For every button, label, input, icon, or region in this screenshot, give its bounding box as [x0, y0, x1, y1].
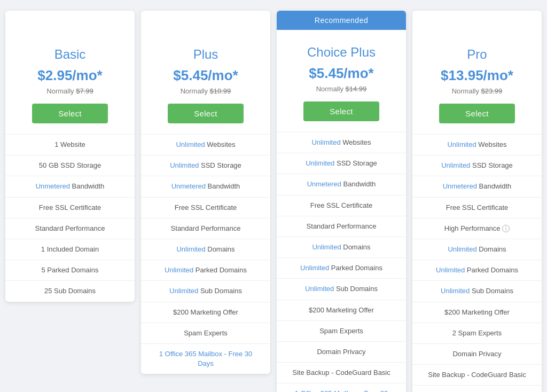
feature-item: 25 Sub Domains: [5, 280, 135, 301]
feature-item: 1 Website: [5, 134, 135, 155]
feature-item: Unlimited Parked Domains: [277, 257, 406, 278]
feature-item: $200 Marketing Offer: [141, 302, 270, 323]
plan-card-choice-plus: Recommended Choice Plus $5.45/mo* Normal…: [277, 11, 406, 392]
feature-item: Unlimited Domains: [141, 239, 270, 260]
feature-item: Unlimited SSD Storage: [412, 155, 542, 176]
plan-features-${plan.id}: Unlimited WebsitesUnlimited SSD StorageU…: [141, 134, 270, 374]
plan-name-pro: Pro: [423, 47, 531, 62]
feature-item: Unlimited Domains: [277, 237, 406, 257]
select-button-choice-plus[interactable]: Select: [303, 101, 379, 121]
feature-item: Standard Performance: [141, 218, 270, 239]
feature-item: Spam Experts: [277, 320, 406, 341]
plan-card-basic: Basic $2.95/mo* Normally $7.99 Select 1 …: [5, 11, 135, 302]
feature-item: Unmetered Bandwidth: [5, 176, 135, 197]
feature-item: Free SSL Certificate: [412, 197, 542, 218]
feature-item: $200 Marketing Offer: [277, 300, 406, 320]
plan-features-${plan.id}: 1 Website50 GB SSD StorageUnmetered Band…: [5, 134, 135, 302]
feature-item: $200 Marketing Offer: [412, 302, 542, 323]
pricing-container: Basic $2.95/mo* Normally $7.99 Select 1 …: [5, 11, 542, 392]
plan-price-plus: $5.45/mo*: [152, 67, 260, 84]
feature-item: Standard Performance: [5, 218, 135, 239]
plan-price-choice-plus: $5.45/mo*: [287, 65, 395, 82]
feature-item: Unlimited SSD Storage: [277, 153, 406, 174]
select-button-pro[interactable]: Select: [439, 104, 514, 123]
feature-item: Unlimited SSD Storage: [141, 155, 270, 176]
feature-item: Unlimited Domains: [412, 239, 542, 260]
plan-header-pro: Pro $13.95/mo* Normally $23.99 Select: [412, 32, 542, 134]
feature-item: Dedicated IP: [412, 385, 542, 392]
plan-features-${plan.id}: Unlimited WebsitesUnlimited SSD StorageU…: [412, 134, 542, 392]
plan-normal-price-basic: Normally $7.99: [16, 87, 124, 95]
feature-item: Domain Privacy: [277, 341, 406, 362]
select-button-plus[interactable]: Select: [168, 104, 243, 123]
plan-normal-price-choice-plus: Normally $14.99: [287, 85, 395, 93]
feature-item: 1 Included Domain: [5, 239, 135, 260]
feature-item: Unlimited Websites: [412, 134, 542, 155]
plan-price-pro: $13.95/mo*: [423, 67, 531, 84]
feature-item: Unmetered Bandwidth: [141, 176, 270, 197]
feature-item: 5 Parked Domains: [5, 260, 135, 280]
feature-item: Unlimited Sub Domains: [412, 280, 542, 301]
feature-item: Free SSL Certificate: [5, 197, 135, 218]
feature-item: Free SSL Certificate: [141, 197, 270, 218]
plan-price-basic: $2.95/mo*: [16, 67, 124, 84]
feature-item: 50 GB SSD Storage: [5, 155, 135, 176]
feature-item: Free SSL Certificate: [277, 195, 406, 216]
plan-name-basic: Basic: [16, 47, 124, 62]
feature-item: Site Backup - CodeGuard Basic: [412, 364, 542, 385]
plan-name-choice-plus: Choice Plus: [287, 45, 395, 60]
feature-item: Domain Privacy: [412, 343, 542, 364]
feature-item: Unlimited Sub Domains: [277, 278, 406, 299]
feature-item: Spam Experts: [141, 323, 270, 343]
feature-item: 1 Office 365 Mailbox - Free 30 Days: [141, 343, 270, 374]
feature-item: Standard Performance: [277, 216, 406, 237]
feature-item: 2 Spam Experts: [412, 323, 542, 343]
feature-item: Unlimited Websites: [141, 134, 270, 155]
plan-normal-price-plus: Normally $10.99: [152, 87, 260, 95]
plan-card-pro: Pro $13.95/mo* Normally $23.99 Select Un…: [412, 11, 542, 392]
feature-item: Unlimited Parked Domains: [141, 260, 270, 280]
feature-item: Unmetered Bandwidth: [277, 174, 406, 194]
plan-header-plus: Plus $5.45/mo* Normally $10.99 Select: [141, 32, 270, 134]
plan-header-choice-plus: Choice Plus $5.45/mo* Normally $14.99 Se…: [277, 30, 406, 132]
plan-features-${plan.id}: Unlimited WebsitesUnlimited SSD StorageU…: [277, 132, 406, 392]
recommended-badge: Recommended: [277, 11, 406, 30]
feature-item: Unlimited Websites: [277, 132, 406, 153]
plan-card-plus: Plus $5.45/mo* Normally $10.99 Select Un…: [141, 11, 270, 374]
feature-item: Unmetered Bandwidth: [412, 176, 542, 197]
feature-item: High Performance i: [412, 218, 542, 239]
plan-name-plus: Plus: [152, 47, 260, 62]
feature-item: Site Backup - CodeGuard Basic: [277, 362, 406, 383]
plan-header-basic: Basic $2.95/mo* Normally $7.99 Select: [5, 32, 135, 134]
feature-item: Unlimited Sub Domains: [141, 280, 270, 301]
plan-normal-price-pro: Normally $23.99: [423, 87, 531, 95]
select-button-basic[interactable]: Select: [32, 104, 107, 123]
feature-item: Unlimited Parked Domains: [412, 260, 542, 280]
feature-item: 1 Office 365 Mailbox - Free 30 Days: [277, 383, 406, 392]
